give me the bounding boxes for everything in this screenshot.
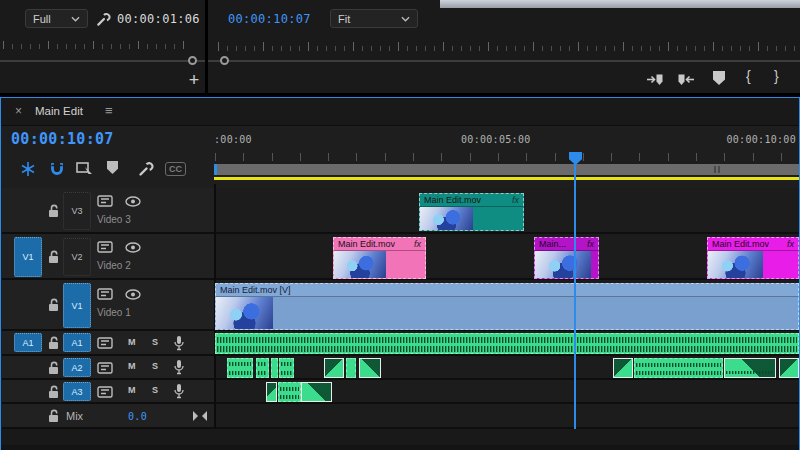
audio-clip-selected[interactable]: [359, 358, 381, 378]
track-target-v1[interactable]: V1: [63, 283, 91, 328]
render-status-bar: [214, 177, 799, 180]
program-zoom-select[interactable]: Fit: [330, 9, 418, 28]
nest-sequence-icon[interactable]: [19, 160, 37, 178]
program-position-timecode[interactable]: 00:00:10:07: [228, 12, 311, 26]
source-settings-wrench-icon[interactable]: [95, 11, 111, 27]
lock-icon[interactable]: [46, 297, 61, 313]
lock-icon[interactable]: [46, 335, 61, 351]
clip-v2-main-edit-3[interactable]: Main Edit.mov fx: [707, 237, 799, 279]
audio-clip-selected[interactable]: [301, 382, 332, 402]
timeline-ruler-ticks[interactable]: [215, 153, 799, 161]
mix-gain-value[interactable]: 0.0: [128, 411, 147, 422]
fx-badge[interactable]: fx: [587, 239, 594, 249]
lock-icon[interactable]: [46, 408, 61, 424]
source-duration-timecode[interactable]: 00:00:01:06: [117, 12, 200, 26]
linked-selection-icon[interactable]: [75, 160, 95, 178]
audio-clip[interactable]: [279, 358, 294, 378]
mute-button[interactable]: M: [128, 385, 136, 395]
voiceover-mic-icon[interactable]: [172, 334, 186, 352]
extract-icon[interactable]: }: [774, 68, 779, 84]
timeline-zoom-scrollbar[interactable]: [214, 164, 799, 175]
lift-icon[interactable]: {: [746, 68, 751, 84]
sync-lock-icon[interactable]: [96, 361, 114, 375]
fx-badge[interactable]: fx: [414, 239, 421, 249]
mute-button[interactable]: M: [128, 337, 136, 347]
timeline-marker-icon[interactable]: [107, 161, 118, 174]
playhead-line[interactable]: [574, 153, 576, 429]
add-marker-icon[interactable]: [713, 71, 725, 85]
fx-badge[interactable]: fx: [787, 239, 794, 249]
source-zoom-handle[interactable]: [188, 56, 197, 65]
clip-v2-main-edit-1[interactable]: Main Edit.mov fx: [333, 237, 426, 279]
audio-clip[interactable]: [271, 358, 278, 378]
captions-cc-icon[interactable]: CC: [165, 162, 186, 176]
audio-fade: [360, 359, 380, 377]
sync-lock-icon[interactable]: [96, 240, 114, 254]
audio-clip[interactable]: [278, 382, 301, 402]
sync-lock-icon[interactable]: [96, 336, 114, 350]
audio-fade: [780, 359, 798, 377]
audio-fade: [267, 383, 276, 401]
source-zoom-scrollbar[interactable]: [0, 60, 205, 62]
audio-clip[interactable]: [634, 358, 723, 378]
solo-button[interactable]: S: [152, 361, 158, 371]
scrollbar-grip: [718, 166, 720, 173]
source-patch-v1[interactable]: V1: [14, 237, 42, 277]
track-output-eye-icon[interactable]: [124, 194, 142, 208]
voiceover-mic-icon[interactable]: [172, 382, 186, 400]
clip-v1-main-edit[interactable]: Main Edit.mov [V]: [215, 283, 799, 330]
go-to-in-icon[interactable]: [645, 71, 665, 87]
audio-clip-selected[interactable]: [613, 358, 633, 378]
voiceover-mic-icon[interactable]: [172, 358, 186, 376]
clip-v3-main-edit[interactable]: Main Edit.mov fx: [419, 193, 524, 231]
audio-clip-selected[interactable]: [324, 358, 344, 378]
program-zoom-handle[interactable]: [220, 56, 229, 65]
tab-main-edit[interactable]: Main Edit: [35, 105, 83, 117]
snap-magnet-icon[interactable]: [48, 160, 66, 178]
audio-clip-selected[interactable]: [724, 358, 776, 378]
solo-button[interactable]: S: [152, 385, 158, 395]
close-tab-icon[interactable]: ×: [15, 104, 22, 118]
waveform: [258, 362, 267, 366]
track-target-v2[interactable]: V2: [63, 238, 91, 276]
fx-badge[interactable]: fx: [512, 195, 519, 205]
button-editor-plus-icon[interactable]: +: [184, 70, 204, 90]
lock-icon[interactable]: [46, 360, 61, 376]
timeline-position-timecode[interactable]: 00:00:10:07: [11, 130, 114, 148]
sync-lock-icon[interactable]: [96, 385, 114, 399]
source-patch-a1[interactable]: A1: [14, 333, 42, 352]
audio-clip[interactable]: [256, 358, 269, 378]
timeline-settings-wrench-icon[interactable]: [137, 160, 155, 178]
audio-clip[interactable]: [346, 358, 356, 378]
source-zoom-select[interactable]: Full: [25, 9, 88, 28]
waveform: [636, 371, 721, 375]
keyframe-nav-icon[interactable]: [192, 409, 208, 423]
clip-v2-main-edit-2[interactable]: Main... fx: [534, 237, 599, 279]
track-output-eye-icon[interactable]: [124, 287, 142, 301]
go-to-out-icon[interactable]: [676, 71, 696, 87]
panel-menu-icon[interactable]: ≡: [105, 103, 113, 118]
sync-lock-icon[interactable]: [96, 287, 114, 301]
program-zoom-scrollbar[interactable]: [208, 60, 800, 62]
audio-clip-selected[interactable]: [266, 382, 277, 402]
ruler-label-mid: 00:00:05:00: [461, 134, 531, 145]
clip-thumbnail: [334, 251, 386, 278]
zoom-scrollbar-left-handle[interactable]: [214, 164, 217, 175]
solo-button[interactable]: S: [152, 337, 158, 347]
program-panel-top-scrollbar[interactable]: [440, 0, 800, 8]
track-target-a1[interactable]: A1: [63, 333, 91, 352]
sync-lock-icon[interactable]: [96, 194, 114, 208]
lock-icon[interactable]: [46, 384, 61, 400]
timeline-ruler-labels[interactable]: :00:00 00:00:05:00 00:00:10:00: [214, 131, 799, 151]
track-target-v3[interactable]: V3: [63, 192, 91, 230]
mute-button[interactable]: M: [128, 361, 136, 371]
track-target-a3[interactable]: A3: [63, 382, 91, 401]
audio-clip[interactable]: [227, 358, 253, 378]
source-zoom-value: Full: [33, 13, 51, 25]
track-output-eye-icon[interactable]: [124, 240, 142, 254]
audio-clip-a1-main[interactable]: [215, 333, 799, 354]
lock-icon[interactable]: [46, 249, 61, 265]
track-target-a2[interactable]: A2: [63, 358, 91, 377]
lock-icon[interactable]: [46, 203, 61, 219]
audio-clip-selected[interactable]: [779, 358, 799, 378]
